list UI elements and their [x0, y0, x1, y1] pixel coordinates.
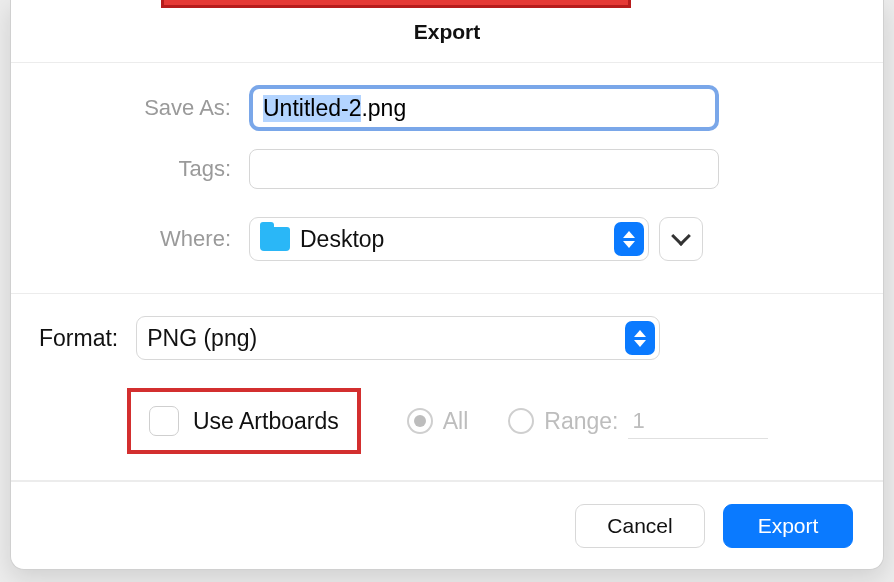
highlight-box: Use Artboards: [127, 388, 361, 454]
save-as-label: Save As:: [39, 95, 249, 121]
chevron-down-icon: [671, 226, 691, 246]
radio-all-label: All: [443, 408, 469, 435]
use-artboards-label: Use Artboards: [193, 408, 339, 435]
cancel-button-label: Cancel: [607, 514, 672, 538]
file-fields-section: Save As: Tags: Where: Desktop: [11, 63, 883, 275]
export-dialog: Export Save As: Tags: Where: Desktop: [10, 0, 884, 570]
dialog-footer: Cancel Export: [11, 481, 883, 570]
where-label: Where:: [39, 226, 249, 252]
where-row: Where: Desktop: [39, 217, 855, 261]
radio-range-item: Range:: [508, 403, 768, 439]
use-artboards-checkbox[interactable]: [149, 406, 179, 436]
dialog-title-bar: Export: [11, 0, 883, 63]
artboard-options-row: Use Artboards All Range:: [11, 370, 883, 458]
save-as-input[interactable]: [249, 85, 719, 131]
artboard-scope-group: All Range:: [407, 403, 769, 439]
up-down-stepper-icon: [625, 321, 655, 355]
tags-row: Tags:: [39, 149, 855, 189]
range-input[interactable]: [628, 403, 768, 439]
format-section: Format: PNG (png): [11, 294, 883, 370]
export-button[interactable]: Export: [723, 504, 853, 548]
radio-range-label: Range:: [544, 408, 618, 435]
save-as-row: Save As:: [39, 85, 855, 131]
tags-input[interactable]: [249, 149, 719, 189]
expand-browser-button[interactable]: [659, 217, 703, 261]
radio-range[interactable]: [508, 408, 534, 434]
format-row: Format: PNG (png): [39, 316, 855, 360]
format-select[interactable]: PNG (png): [136, 316, 660, 360]
format-value: PNG (png): [147, 325, 625, 352]
radio-all-item: All: [407, 408, 469, 435]
where-select[interactable]: Desktop: [249, 217, 649, 261]
where-value: Desktop: [300, 226, 614, 253]
dialog-title: Export: [414, 20, 481, 43]
highlight-marker-top: [161, 0, 631, 8]
tags-label: Tags:: [39, 156, 249, 182]
folder-icon: [260, 227, 290, 251]
up-down-stepper-icon: [614, 222, 644, 256]
radio-all[interactable]: [407, 408, 433, 434]
format-label: Format:: [39, 325, 118, 352]
export-button-label: Export: [758, 514, 819, 538]
cancel-button[interactable]: Cancel: [575, 504, 705, 548]
